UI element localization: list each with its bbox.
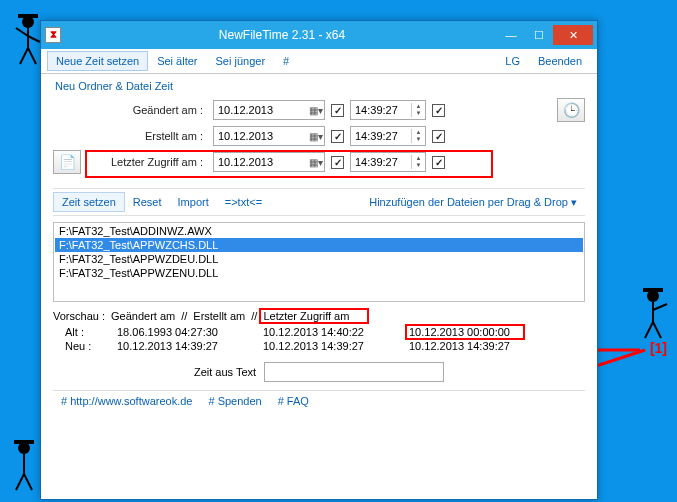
time-created[interactable]: 14:39:27 ▲▼: [350, 126, 426, 146]
set-time-button[interactable]: Zeit setzen: [53, 192, 125, 212]
tab-be-older[interactable]: Sei älter: [148, 51, 206, 71]
svg-point-0: [22, 16, 34, 28]
svg-rect-1: [18, 14, 38, 18]
date-created[interactable]: 10.12.2013 ▦▾: [213, 126, 325, 146]
old-accessed: 10.12.2013 00:00:00: [409, 326, 510, 338]
row-accessed: 📄 Letzter Zugriff am : 10.12.2013 ▦▾ 14:…: [53, 150, 585, 174]
svg-line-11: [24, 474, 32, 490]
chk-modified-time[interactable]: [432, 104, 445, 117]
time-from-text-row: Zeit aus Text: [53, 362, 585, 382]
svg-line-17: [653, 322, 661, 338]
svg-rect-13: [643, 288, 663, 292]
col-modified: Geändert am: [111, 310, 175, 322]
preview-area: Vorschau : Geändert am // Erstellt am //…: [53, 310, 585, 352]
new-label: Neu :: [65, 340, 101, 352]
export-txt-button[interactable]: =>txt<=: [217, 193, 270, 211]
calendar-icon[interactable]: ▦▾: [308, 105, 324, 116]
label-modified: Geändert am :: [87, 104, 207, 116]
close-button[interactable]: ✕: [553, 25, 593, 45]
new-modified: 10.12.2013 14:39:27: [117, 340, 247, 352]
svg-line-5: [20, 48, 28, 64]
spinner-icon[interactable]: ▲▼: [411, 129, 425, 143]
time-accessed[interactable]: 14:39:27 ▲▼: [350, 152, 426, 172]
svg-line-10: [16, 474, 24, 490]
tab-be-younger[interactable]: Sei jünger: [207, 51, 275, 71]
preview-row-old: Alt : 18.06.1993 04:27:30 10.12.2013 14:…: [53, 326, 585, 338]
annotation-label-1: [1]: [650, 340, 667, 356]
file-list[interactable]: F:\FAT32_Test\ADDINWZ.AWX F:\FAT32_Test\…: [53, 222, 585, 302]
svg-line-4: [28, 36, 40, 42]
svg-line-6: [28, 48, 36, 64]
row-modified: Geändert am : 10.12.2013 ▦▾ 14:39:27 ▲▼ …: [53, 98, 585, 122]
window-title: NewFileTime 2.31 - x64: [67, 28, 497, 42]
from-file-button[interactable]: 📄: [53, 150, 81, 174]
chk-created-date[interactable]: [331, 130, 344, 143]
list-item[interactable]: F:\FAT32_Test\APPWZENU.DLL: [55, 266, 583, 280]
reset-button[interactable]: Reset: [125, 193, 170, 211]
date-accessed[interactable]: 10.12.2013 ▦▾: [213, 152, 325, 172]
svg-line-15: [653, 304, 667, 310]
maximize-button[interactable]: ☐: [525, 25, 553, 45]
svg-line-3: [16, 28, 28, 36]
time-modified[interactable]: 14:39:27 ▲▼: [350, 100, 426, 120]
desktop-doodle-graduate-br: [633, 282, 673, 342]
spinner-icon[interactable]: ▲▼: [411, 155, 425, 169]
tab-lg[interactable]: LG: [496, 51, 529, 71]
now-button[interactable]: 🕒: [557, 98, 585, 122]
tab-hash[interactable]: #: [274, 51, 298, 71]
chk-modified-date[interactable]: [331, 104, 344, 117]
footer-link-donate[interactable]: # Spenden: [208, 395, 261, 407]
footer-link-site[interactable]: # http://www.softwareok.de: [61, 395, 192, 407]
list-item[interactable]: F:\FAT32_Test\ADDINWZ.AWX: [55, 224, 583, 238]
time-from-text-input[interactable]: [264, 362, 444, 382]
row-created: Erstellt am : 10.12.2013 ▦▾ 14:39:27 ▲▼: [53, 124, 585, 148]
footer-link-faq[interactable]: # FAQ: [278, 395, 309, 407]
list-item[interactable]: F:\FAT32_Test\APPWZCHS.DLL: [55, 238, 583, 252]
app-window: ⧗ NewFileTime 2.31 - x64 — ☐ ✕ Neue Zeit…: [40, 20, 598, 500]
titlebar[interactable]: ⧗ NewFileTime 2.31 - x64 — ☐ ✕: [41, 21, 597, 49]
add-files-menu[interactable]: Hinzufügen der Dateien per Drag & Drop ▾: [361, 193, 585, 212]
tab-quit[interactable]: Beenden: [529, 51, 591, 71]
svg-line-16: [645, 322, 653, 338]
spinner-icon[interactable]: ▲▼: [411, 103, 425, 117]
chk-created-time[interactable]: [432, 130, 445, 143]
preview-row-new: Neu : 10.12.2013 14:39:27 10.12.2013 14:…: [53, 340, 585, 352]
svg-point-7: [18, 442, 30, 454]
app-icon: ⧗: [45, 27, 61, 43]
col-accessed: Letzter Zugriff am: [263, 310, 349, 322]
old-created: 10.12.2013 14:40:22: [263, 326, 393, 338]
action-toolbar: Zeit setzen Reset Import =>txt<= Hinzufü…: [53, 188, 585, 216]
label-accessed: Letzter Zugriff am :: [87, 156, 207, 168]
date-modified[interactable]: 10.12.2013 ▦▾: [213, 100, 325, 120]
minimize-button[interactable]: —: [497, 25, 525, 45]
svg-rect-8: [14, 440, 34, 444]
new-created: 10.12.2013 14:39:27: [263, 340, 393, 352]
chk-accessed-time[interactable]: [432, 156, 445, 169]
tab-set-new-time[interactable]: Neue Zeit setzen: [47, 51, 148, 71]
group-title: Neu Ordner & Datei Zeit: [55, 80, 585, 92]
svg-point-12: [647, 290, 659, 302]
list-item[interactable]: F:\FAT32_Test\APPWZDEU.DLL: [55, 252, 583, 266]
old-label: Alt :: [65, 326, 101, 338]
chk-accessed-date[interactable]: [331, 156, 344, 169]
time-from-text-label: Zeit aus Text: [194, 366, 256, 378]
label-created: Erstellt am :: [87, 130, 207, 142]
import-button[interactable]: Import: [170, 193, 217, 211]
desktop-doodle-graduate-bl: [4, 434, 44, 494]
preview-label: Vorschau :: [53, 310, 105, 322]
footer-links: # http://www.softwareok.de # Spenden # F…: [53, 390, 585, 407]
calendar-icon[interactable]: ▦▾: [308, 131, 324, 142]
new-accessed: 10.12.2013 14:39:27: [409, 340, 539, 352]
calendar-icon[interactable]: ▦▾: [308, 157, 324, 168]
old-modified: 18.06.1993 04:27:30: [117, 326, 247, 338]
main-toolbar: Neue Zeit setzen Sei älter Sei jünger # …: [41, 49, 597, 74]
col-created: Erstellt am: [193, 310, 245, 322]
